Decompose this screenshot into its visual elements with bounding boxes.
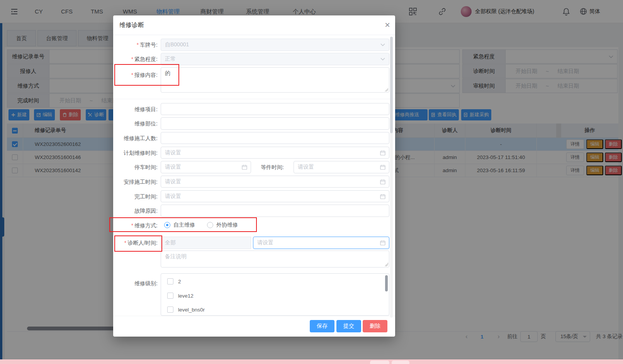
radio-self-repair[interactable]: 自主维修 [164, 222, 195, 229]
stop-time-picker[interactable]: 请设置 [161, 161, 251, 173]
plate-label-text: 车牌号: [140, 42, 158, 48]
chevron-down-icon [380, 58, 385, 61]
plan-time-placeholder: 请设置 [165, 149, 181, 156]
repair-level-option-label: level_bns0r [178, 307, 205, 313]
diagnose-time-placeholder: 请设置 [257, 239, 273, 246]
project-label: 维修项目: [113, 103, 158, 115]
checkbox-icon [167, 293, 173, 299]
calendar-icon [380, 164, 385, 170]
resize-handle-icon[interactable] [385, 88, 388, 91]
submit-button[interactable]: 提交 [336, 320, 361, 332]
repair-level-option[interactable]: 2 [167, 277, 181, 286]
repair-level-option[interactable]: leve12 [167, 291, 194, 300]
urgency-value: 正常 [165, 56, 176, 63]
wait-time-picker[interactable]: 请设置 [294, 161, 389, 173]
diagnoser-time-label-text: 诊断人/时间: [127, 240, 158, 246]
repair-level-option[interactable]: level_bns0r [167, 305, 205, 314]
modal-footer-divider [113, 316, 395, 316]
stop-time-placeholder: 请设置 [165, 164, 181, 171]
report-content-textarea[interactable]: 的 [161, 67, 389, 93]
save-button[interactable]: 保存 [310, 320, 334, 332]
repair-level-option-label: leve12 [178, 293, 194, 299]
resize-handle-icon[interactable] [385, 263, 388, 266]
required-mark: * [124, 240, 126, 246]
report-content-value: 的 [165, 70, 170, 76]
repair-level-option-label: 2 [178, 279, 181, 284]
repair-diagnose-modal: 维修诊断 ✕ *车牌号: 自B00001 *紧急程度: 正常 *报修内容: 的 … [113, 15, 395, 337]
repair-mode-label-text: 维修方式: [134, 222, 158, 229]
modal-scrollbar-thumb[interactable] [390, 37, 393, 133]
chevron-down-icon [380, 43, 385, 46]
urgency-label: *紧急程度: [113, 53, 158, 65]
arrange-time-label: 安排施工时间: [113, 176, 158, 188]
part-label: 维修部位: [113, 117, 158, 130]
repair-mode-label: *维修方式: [113, 219, 158, 232]
fault-reason-input[interactable] [161, 205, 389, 217]
share-bar-pill [370, 361, 389, 364]
plate-label: *车牌号: [113, 39, 158, 51]
modal-header-divider [113, 35, 395, 35]
calendar-icon [242, 164, 247, 170]
wait-time-placeholder: 请设置 [298, 164, 314, 171]
modal-section-divider [113, 99, 395, 99]
share-bar-pill [392, 361, 409, 364]
radio-outsource-repair[interactable]: 外协维修 [207, 222, 238, 229]
required-mark: * [131, 72, 133, 78]
part-input[interactable] [161, 117, 389, 130]
urgency-select[interactable]: 正常 [161, 53, 389, 65]
finish-time-placeholder: 请设置 [165, 193, 181, 200]
finish-time-picker[interactable]: 请设置 [161, 190, 389, 202]
modal-scrollbar[interactable] [390, 37, 393, 318]
fault-reason-label: 故障原因: [113, 205, 158, 217]
report-content-label-text: 报修内容: [134, 72, 158, 78]
workers-label: 维修施工人数: [113, 132, 158, 144]
listbox-scrollbar[interactable] [385, 275, 388, 291]
calendar-icon [380, 179, 385, 185]
wait-time-label: 等件时间: [249, 161, 284, 173]
finish-time-label: 完工时间: [113, 190, 158, 203]
urgency-label-text: 紧急程度: [134, 56, 158, 62]
plan-time-label: 计划维修时间: [113, 147, 158, 159]
remark-textarea[interactable]: 备注说明 [161, 251, 389, 267]
project-input[interactable] [161, 103, 389, 115]
diagnoser-select[interactable]: 全部 [161, 237, 251, 249]
plate-value: 自B00001 [165, 41, 189, 48]
modal-delete-button[interactable]: 删除 [363, 320, 387, 332]
radio-checked-icon [164, 222, 170, 228]
radio-self-repair-label: 自主维修 [173, 222, 195, 229]
calendar-icon [380, 194, 385, 199]
required-mark: * [137, 42, 139, 48]
screen-share-bar [0, 359, 623, 364]
checkbox-icon [167, 306, 173, 313]
radio-unchecked-icon [207, 222, 213, 228]
diagnose-time-picker[interactable]: 请设置 [253, 237, 389, 249]
modal-title: 维修诊断 [119, 15, 144, 35]
arrange-time-picker[interactable]: 请设置 [161, 176, 389, 188]
checkbox-icon [167, 278, 173, 284]
radio-outsource-repair-label: 外协维修 [216, 222, 238, 229]
repair-level-label: 维修级别: [113, 277, 158, 290]
report-content-label: *报修内容: [113, 69, 158, 81]
calendar-icon [380, 240, 385, 245]
remark-placeholder: 备注说明 [165, 253, 187, 259]
calendar-icon [380, 150, 385, 156]
plan-time-picker[interactable]: 请设置 [161, 147, 389, 159]
workers-input[interactable] [161, 132, 389, 144]
close-icon[interactable]: ✕ [383, 20, 392, 30]
required-mark: * [131, 222, 133, 229]
arrange-time-placeholder: 请设置 [165, 178, 181, 185]
repair-level-listbox: 2 leve12 level_bns0r [161, 273, 389, 316]
stop-time-label: 停车时间: [113, 161, 158, 173]
diagnoser-value: 全部 [165, 239, 176, 246]
plate-select[interactable]: 自B00001 [161, 39, 389, 51]
diagnoser-time-label: *诊断人/时间: [113, 237, 158, 249]
required-mark: * [131, 56, 133, 62]
